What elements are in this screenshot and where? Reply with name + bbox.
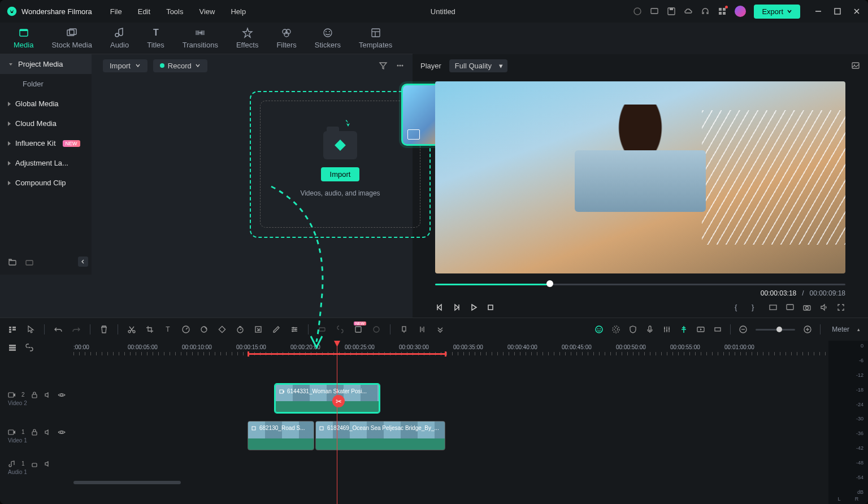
speed-icon[interactable] [181,325,190,334]
next-frame-icon[interactable] [452,303,461,312]
effects-icon[interactable]: NEW [354,325,363,334]
zoom-out-icon[interactable] [739,325,748,334]
clip-video-1b[interactable]: 6182469_Ocean Sea Peljesac Bridge_By_... [315,421,445,450]
maximize-icon[interactable] [833,7,842,16]
text-icon[interactable]: T [163,325,172,334]
lock-icon[interactable] [31,428,38,436]
quality-dropdown[interactable]: Full Quality [449,59,507,72]
mute-icon[interactable] [44,460,52,468]
zoom-slider[interactable] [756,329,795,331]
media-drop-area[interactable]: Import Videos, audio, and images 00:00:0… [92,54,413,318]
selection-tool-icon[interactable] [26,325,35,334]
sidebar-cloud-media[interactable]: Cloud Media [0,114,92,133]
fit-icon[interactable] [713,325,722,334]
tab-templates[interactable]: Templates [359,27,392,49]
range-indicator[interactable] [248,353,446,355]
preview-viewport[interactable] [435,81,845,273]
display-icon[interactable] [650,7,659,16]
mask-icon[interactable] [372,325,381,334]
mixer-icon[interactable] [662,325,671,334]
clip-video-2[interactable]: 6144331_Woman Skater Posi... [275,384,380,413]
clip-video-1a[interactable]: 682130_Road S... [248,421,314,450]
play-icon[interactable] [469,303,478,312]
sidebar-folder[interactable]: Folder [0,74,92,94]
tab-titles[interactable]: TTitles [147,27,164,49]
audio-edit-icon[interactable] [418,325,427,334]
ai-icon[interactable] [611,325,620,334]
tab-audio[interactable]: Audio [110,27,129,49]
lock-icon[interactable] [31,391,38,399]
marker-icon[interactable] [400,325,409,334]
zoom-in-icon[interactable] [803,325,812,334]
mic-icon[interactable] [645,325,654,334]
menu-help[interactable]: Help [224,5,253,18]
mute-icon[interactable] [44,391,52,399]
close-icon[interactable] [852,7,861,16]
mark-out-icon[interactable]: } [752,303,761,312]
snapshot-icon[interactable] [851,61,860,70]
delete-icon[interactable] [99,325,108,334]
tab-stock-media[interactable]: Stock Media [51,27,92,49]
tab-filters[interactable]: Filters [276,27,296,49]
render-icon[interactable] [696,325,705,334]
sidebar-global-media[interactable]: Global Media [0,94,92,114]
export-button[interactable]: Export [754,5,800,19]
sidebar-compound-clip[interactable]: Compound Clip [0,173,92,193]
camera-icon[interactable] [802,303,811,312]
menu-tools[interactable]: Tools [159,5,190,18]
split-icon[interactable] [127,325,136,334]
paint-icon[interactable] [272,325,281,334]
fullscreen-icon[interactable] [836,303,845,312]
timeline-tracks[interactable]: :00:0000:00:05:0000:00:10:0000:00:15:000… [0,341,828,504]
tab-transitions[interactable]: Transitions [183,27,218,49]
apps-icon[interactable] [718,7,727,16]
lock-icon[interactable] [31,460,38,468]
adjust-icon[interactable] [290,325,299,334]
menu-edit[interactable]: Edit [131,5,157,18]
link-toggle-icon[interactable] [25,343,34,352]
prev-frame-icon[interactable] [435,303,444,312]
meter-label[interactable]: Meter [832,325,849,333]
timeline-h-scrollbar[interactable] [0,479,828,486]
visibility-icon[interactable] [58,391,66,399]
crop-icon[interactable] [145,325,154,334]
mute-icon[interactable] [44,428,52,436]
headset-icon[interactable] [701,7,710,16]
minimize-icon[interactable] [814,7,823,16]
menu-file[interactable]: File [103,5,129,18]
stop-icon[interactable] [486,303,495,312]
collapse-sidebar-icon[interactable] [78,257,88,267]
tab-effects[interactable]: Effects [236,27,259,49]
magnet-icon[interactable] [679,325,688,334]
tab-media[interactable]: Media [14,27,33,49]
drop-zone[interactable]: Import Videos, audio, and images [260,101,420,228]
link-icon[interactable] [336,325,345,334]
expand-icon[interactable] [436,325,445,334]
screen-icon[interactable] [785,303,795,312]
new-bin-icon[interactable] [25,258,34,267]
sidebar-project-media[interactable]: Project Media [0,54,92,74]
redo-icon[interactable] [72,325,81,334]
sidebar-adjustment-layer[interactable]: Adjustment La... [0,153,92,173]
duration-icon[interactable] [236,325,245,334]
keyframe-icon[interactable] [218,325,227,334]
user-avatar[interactable] [735,6,746,17]
tracks-toggle-icon[interactable] [8,343,17,352]
playhead[interactable] [337,341,337,504]
group-icon[interactable] [318,325,327,334]
tab-stickers[interactable]: Stickers [315,27,341,49]
sidebar-influence-kit[interactable]: Influence KitNEW [0,133,92,153]
record-circle-icon[interactable] [633,7,642,16]
cloud-icon[interactable] [684,7,693,16]
volume-icon[interactable] [819,303,828,312]
import-button[interactable]: Import [321,167,360,181]
new-folder-icon[interactable] [8,258,17,267]
track-manager-icon[interactable] [8,325,17,334]
menu-view[interactable]: View [192,5,222,18]
undo-icon[interactable] [54,325,63,334]
save-icon[interactable] [667,7,676,16]
ratio-icon[interactable] [769,303,778,312]
shield-icon[interactable] [628,325,637,334]
visibility-icon[interactable] [58,428,66,436]
mark-in-icon[interactable]: { [735,303,744,312]
